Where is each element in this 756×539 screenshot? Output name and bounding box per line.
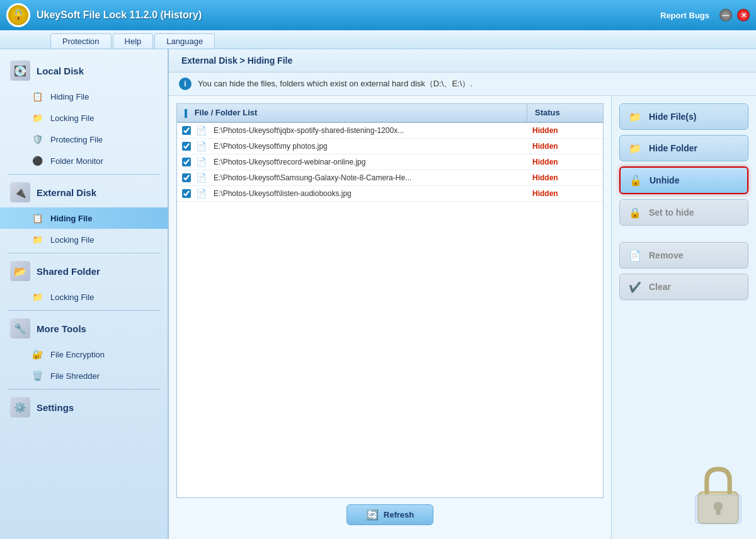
menu-bar: Protection Help Language bbox=[0, 30, 756, 49]
lock-decoration bbox=[687, 457, 750, 533]
sidebar-section-local-disk: 💽 Local Disk bbox=[0, 55, 168, 86]
file-checkbox-5[interactable] bbox=[182, 189, 191, 198]
info-bar: i You can hide the files, folders which … bbox=[169, 72, 756, 96]
file-table: File / Folder List Status 📄 E:\Photos-Uk… bbox=[176, 103, 604, 498]
table-row: 📄 E:\Photos-Ukeysoft\my photos.jpg Hidde… bbox=[177, 139, 603, 154]
file-table-header: File / Folder List Status bbox=[177, 104, 603, 123]
lock-svg-image bbox=[690, 463, 747, 526]
table-row: 📄 E:\Photos-Ukeysoft\jqbx-spotify-shared… bbox=[177, 123, 603, 139]
sidebar-section-more-tools: 🔧 More Tools bbox=[0, 313, 168, 344]
sidebar-section-external-disk: 🔌 External Disk bbox=[0, 177, 168, 207]
report-bugs-label: Report Bugs bbox=[660, 11, 709, 20]
title-bar: 🔒 UkeySoft File Lock 11.2.0 (History) Re… bbox=[0, 0, 756, 30]
menu-tab-protection[interactable]: Protection bbox=[50, 33, 112, 49]
hide-folder-icon: 📁 bbox=[627, 141, 643, 156]
settings-icon: ⚙️ bbox=[10, 397, 30, 417]
locking-file-shared-icon: 📁 bbox=[30, 290, 44, 304]
sidebar-item-label: Locking File bbox=[50, 235, 94, 245]
hide-folder-button[interactable]: 📁 Hide Folder bbox=[619, 135, 748, 161]
hiding-file-ext-icon: 📋 bbox=[30, 211, 44, 225]
info-text: You can hide the files, folders which ex… bbox=[198, 78, 472, 90]
svg-rect-3 bbox=[696, 495, 742, 523]
file-icon-2: 📄 bbox=[196, 141, 211, 151]
file-name-5: E:\Photos-Ukeysoft\listen-audiobooks.jpg bbox=[211, 189, 527, 198]
sidebar-divider bbox=[8, 174, 160, 175]
sidebar-item-label: Locking File bbox=[50, 113, 94, 123]
hide-files-button[interactable]: 📁 Hide File(s) bbox=[619, 103, 748, 130]
file-name-2: E:\Photos-Ukeysoft\my photos.jpg bbox=[211, 142, 527, 151]
locking-file-ext-icon: 📁 bbox=[30, 233, 44, 246]
menu-tab-language[interactable]: Language bbox=[154, 33, 215, 49]
file-status-5: Hidden bbox=[527, 189, 603, 198]
sidebar-item-locking-file-shared[interactable]: 📁 Locking File bbox=[0, 286, 168, 308]
app-title: UkeySoft File Lock 11.2.0 (History) bbox=[37, 9, 202, 21]
sidebar-section-settings[interactable]: ⚙️ Settings bbox=[0, 392, 168, 422]
shared-folder-label: Shared Folder bbox=[37, 266, 100, 277]
sidebar-item-hiding-file-local[interactable]: 📋 Hiding File bbox=[0, 86, 168, 107]
close-button[interactable]: ✕ bbox=[737, 9, 750, 21]
menu-tab-help[interactable]: Help bbox=[113, 33, 154, 49]
sidebar-section-shared-folder: 📂 Shared Folder bbox=[0, 256, 168, 286]
local-disk-label: Local Disk bbox=[37, 66, 84, 76]
main-content: 💽 Local Disk 📋 Hiding File 📁 Locking Fil… bbox=[0, 49, 756, 539]
hiding-file-local-icon: 📋 bbox=[30, 90, 44, 103]
sidebar-divider-4 bbox=[8, 389, 160, 390]
sidebar-item-label: Locking File bbox=[50, 293, 94, 302]
hide-files-icon: 📁 bbox=[627, 109, 643, 124]
sidebar-divider-3 bbox=[8, 310, 160, 311]
remove-icon: 📄 bbox=[627, 248, 643, 263]
sidebar-item-protecting-file[interactable]: 🛡️ Protecting File bbox=[0, 129, 168, 150]
file-name-1: E:\Photos-Ukeysoft\jqbx-spotify-shared-l… bbox=[211, 126, 527, 135]
file-list-container: File / Folder List Status 📄 E:\Photos-Uk… bbox=[169, 96, 611, 539]
sidebar-item-hiding-file-ext[interactable]: 📋 Hiding File bbox=[0, 207, 168, 229]
sidebar-item-label: File Shredder bbox=[50, 371, 100, 381]
sidebar-item-folder-monitor[interactable]: ⚫ Folder Monitor bbox=[0, 150, 168, 171]
file-checkbox-1[interactable] bbox=[182, 126, 191, 135]
settings-label: Settings bbox=[37, 402, 74, 413]
local-disk-icon: 💽 bbox=[10, 61, 30, 81]
file-icon-4: 📄 bbox=[196, 173, 211, 183]
set-to-hide-button[interactable]: 🔒 Set to hide bbox=[619, 199, 748, 226]
col-header-status: Status bbox=[527, 104, 603, 122]
sidebar-item-file-encryption[interactable]: 🔐 File Encryption bbox=[0, 344, 168, 365]
remove-button[interactable]: 📄 Remove bbox=[619, 242, 748, 269]
file-name-4: E:\Photos-Ukeysoft\Samsung-Galaxy-Note-8… bbox=[211, 173, 527, 182]
unhide-icon: 🔓 bbox=[628, 173, 643, 188]
protecting-file-icon: 🛡️ bbox=[30, 132, 44, 146]
file-name-3: E:\Photos-Ukeysoft\record-webinar-online… bbox=[211, 158, 527, 166]
sidebar-item-label: Hiding File bbox=[50, 214, 92, 223]
folder-monitor-icon: ⚫ bbox=[30, 154, 44, 168]
file-status-2: Hidden bbox=[527, 142, 603, 151]
sidebar-item-locking-file-ext[interactable]: 📁 Locking File bbox=[0, 229, 168, 250]
info-icon: i bbox=[179, 78, 192, 90]
sidebar-divider-2 bbox=[8, 253, 160, 253]
file-checkbox-3[interactable] bbox=[182, 158, 191, 166]
table-row: 📄 E:\Photos-Ukeysoft\Samsung-Galaxy-Note… bbox=[177, 170, 603, 186]
sidebar-item-locking-file-local[interactable]: 📁 Locking File bbox=[0, 107, 168, 129]
file-status-4: Hidden bbox=[527, 173, 603, 182]
file-status-1: Hidden bbox=[527, 126, 603, 135]
minimize-button[interactable]: — bbox=[719, 9, 732, 21]
file-checkbox-4[interactable] bbox=[182, 173, 191, 182]
refresh-area: 🔄 Refresh bbox=[176, 498, 604, 531]
file-shredder-icon: 🗑️ bbox=[30, 369, 44, 383]
sidebar-item-label: File Encryption bbox=[50, 350, 105, 359]
breadcrumb: External Disk > Hiding File bbox=[169, 49, 756, 72]
sidebar: 💽 Local Disk 📋 Hiding File 📁 Locking Fil… bbox=[0, 49, 169, 539]
locking-file-local-icon: 📁 bbox=[30, 111, 44, 125]
file-encryption-icon: 🔐 bbox=[30, 347, 44, 361]
sidebar-item-label: Folder Monitor bbox=[50, 156, 103, 166]
external-disk-label: External Disk bbox=[37, 187, 96, 198]
table-row: 📄 E:\Photos-Ukeysoft\listen-audiobooks.j… bbox=[177, 186, 603, 202]
content-area: File / Folder List Status 📄 E:\Photos-Uk… bbox=[169, 96, 756, 539]
file-icon-3: 📄 bbox=[196, 157, 211, 167]
unhide-button[interactable]: 🔓 Unhide bbox=[619, 166, 748, 194]
refresh-button[interactable]: 🔄 Refresh bbox=[346, 504, 433, 525]
clear-button[interactable]: ✔️ Clear bbox=[619, 274, 748, 300]
external-disk-icon: 🔌 bbox=[10, 182, 30, 202]
file-icon-5: 📄 bbox=[196, 188, 211, 199]
sidebar-item-file-shredder[interactable]: 🗑️ File Shredder bbox=[0, 365, 168, 386]
right-panel: External Disk > Hiding File i You can hi… bbox=[169, 49, 756, 539]
file-checkbox-2[interactable] bbox=[182, 142, 191, 151]
set-to-hide-icon: 🔒 bbox=[627, 205, 643, 220]
